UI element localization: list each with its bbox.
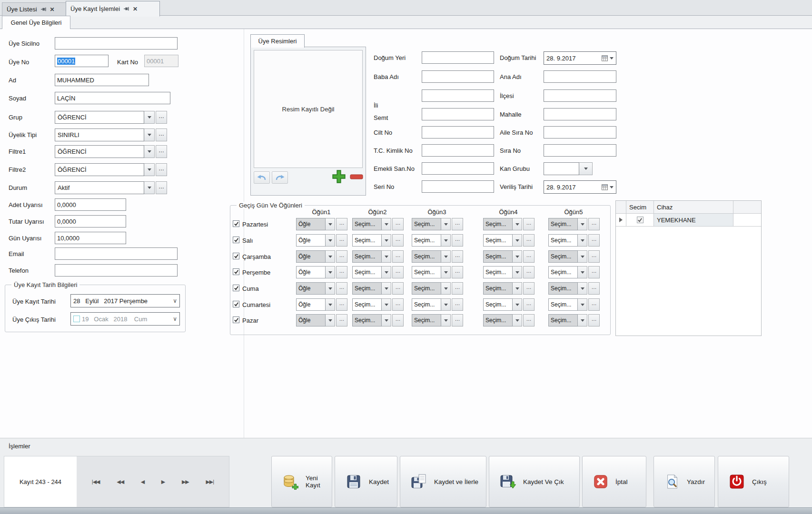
ellipsis-button[interactable]: … [392,234,404,247]
tab-genel-uye-bilgileri[interactable]: Genel Üye Bilgileri [2,16,70,29]
nav-next-page-button[interactable]: ▶▶ [182,479,189,485]
dropdown-arrow-icon[interactable] [326,218,335,230]
dropdown-arrow-icon[interactable] [326,266,335,278]
photo-remove-button[interactable] [349,172,364,182]
filtre2-combo[interactable]: ÖĞRENCİ … [55,163,167,176]
ellipsis-button[interactable]: … [156,181,167,194]
ellipsis-button[interactable]: … [392,314,404,326]
dropdown-arrow-icon[interactable] [610,186,614,188]
meal-combo[interactable]: Seçim...… [483,314,535,326]
dropdown-arrow-icon[interactable] [578,282,587,295]
dropdown-arrow-icon[interactable] [144,145,155,158]
ellipsis-button[interactable]: … [452,266,463,278]
ellipsis-button[interactable]: … [523,282,535,295]
baba-adi-input[interactable] [422,70,494,83]
dropdown-arrow-icon[interactable] [441,234,451,247]
meal-combo[interactable]: Seçim...… [412,298,463,311]
ellipsis-button[interactable]: … [452,282,463,295]
kan-grubu-combo[interactable] [544,162,593,175]
close-icon[interactable]: ✕ [50,7,55,12]
durum-combo[interactable]: Aktif … [55,181,167,194]
meal-combo[interactable]: Seçim...… [483,282,535,295]
day-checkbox[interactable] [233,268,239,275]
dogum-tarihi-picker[interactable]: 28. 9.2017 [544,51,616,65]
grup-combo[interactable]: ÖĞRENCİ … [55,111,167,124]
tab-uye-kayit-islemleri[interactable]: Üye Kayıt İşlemlei ✕ [66,1,160,17]
verilis-tarihi-picker[interactable]: 28. 9.2017 [544,180,616,194]
ellipsis-button[interactable]: … [336,298,347,311]
device-row[interactable]: YEMEKHANE [616,214,761,227]
dropdown-arrow-icon[interactable] [144,163,155,176]
dropdown-arrow-icon[interactable] [441,298,451,311]
day-checkbox[interactable] [233,316,239,323]
meal-combo[interactable]: Öğle… [296,250,347,263]
day-checkbox[interactable] [233,285,239,291]
meal-combo[interactable]: Seçim...… [483,266,535,278]
ellipsis-button[interactable]: … [392,298,404,311]
dropdown-arrow-icon[interactable] [144,181,155,194]
emekli-san-no-input[interactable] [422,162,494,175]
nav-prev-button[interactable]: ◀ [141,479,144,485]
nav-first-button[interactable]: |◀◀ [92,479,100,485]
dogum-yeri-input[interactable] [422,51,494,64]
dropdown-arrow-icon[interactable] [578,218,587,230]
dropdown-arrow-icon[interactable] [578,250,587,263]
sira-no-input[interactable] [544,144,616,157]
meal-combo[interactable]: Seçim...… [548,250,600,263]
dropdown-arrow-icon[interactable] [326,298,335,311]
close-icon[interactable]: ✕ [133,6,138,12]
dropdown-arrow-icon[interactable] [382,218,391,230]
ad-input[interactable]: MUHAMMED [55,74,149,86]
aile-sira-no-input[interactable] [544,126,616,138]
ellipsis-button[interactable]: … [156,128,167,141]
uye-sicilno-input[interactable] [55,37,178,49]
yeni-kayit-button[interactable]: Yeni Kayıt [271,456,332,507]
ellipsis-button[interactable]: … [588,234,600,247]
meal-combo[interactable]: Öğle… [296,234,347,247]
secim-column-header[interactable]: Secim [626,201,654,214]
dropdown-arrow-icon[interactable] [513,266,522,278]
ellipsis-button[interactable]: … [392,218,404,230]
photo-next-button[interactable] [272,171,288,184]
pin-icon[interactable] [123,6,129,12]
meal-combo[interactable]: Seçim...… [548,266,600,278]
ellipsis-button[interactable]: … [156,145,167,158]
dropdown-arrow-icon[interactable] [441,266,451,278]
meal-combo[interactable]: Öğle… [296,282,347,295]
iptal-button[interactable]: İptal [582,456,646,507]
meal-combo[interactable]: Seçim...… [548,314,600,326]
ellipsis-button[interactable]: … [336,218,347,230]
meal-combo[interactable]: Seçim...… [483,234,535,247]
dropdown-arrow-icon[interactable] [513,250,522,263]
ellipsis-button[interactable]: … [588,218,600,230]
meal-combo[interactable]: Seçim...… [548,234,600,247]
filtre1-combo[interactable]: ÖĞRENCİ … [55,145,167,158]
meal-combo[interactable]: Öğle… [296,314,347,326]
ellipsis-button[interactable]: … [452,218,463,230]
dropdown-arrow-icon[interactable] [441,282,451,295]
kaydet-ve-cik-button[interactable]: Kaydet Ve Çık [489,456,580,507]
meal-combo[interactable]: Seçim...… [412,314,463,326]
meal-combo[interactable]: Seçim...… [412,282,463,295]
dropdown-arrow-icon[interactable] [382,234,391,247]
meal-combo[interactable]: Öğle… [296,266,347,278]
meal-combo[interactable]: Seçim...… [483,250,535,263]
dropdown-arrow-icon[interactable] [513,314,522,326]
cilt-no-input[interactable] [422,126,494,138]
ellipsis-button[interactable]: … [523,298,535,311]
ellipsis-button[interactable]: … [523,266,535,278]
meal-combo[interactable]: Seçim...… [412,234,463,247]
ellipsis-button[interactable]: … [588,282,600,295]
dropdown-arrow-icon[interactable] [513,234,522,247]
dropdown-arrow-icon[interactable] [382,250,391,263]
ellipsis-button[interactable]: … [588,298,600,311]
ili-input[interactable] [422,89,494,102]
adet-uyarisi-input[interactable]: 0,0000 [55,198,126,211]
kaydet-ve-ilerle-button[interactable]: Kaydet ve İlerle [400,456,486,507]
dropdown-arrow-icon[interactable] [513,298,522,311]
seri-no-input[interactable] [422,180,494,193]
tab-uye-listesi[interactable]: Üye Listesi ✕ [2,2,66,16]
ana-adi-input[interactable] [544,70,616,83]
nav-prev-page-button[interactable]: ◀◀ [117,479,124,485]
ellipsis-button[interactable]: … [588,266,600,278]
